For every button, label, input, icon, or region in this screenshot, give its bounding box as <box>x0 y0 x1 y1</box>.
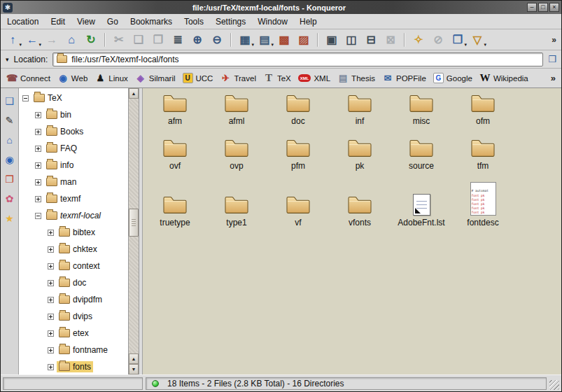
menu-bookmarks[interactable]: Bookmarks <box>130 17 172 27</box>
bookmark-silmaril[interactable]: ◈ Silmaril <box>135 73 176 84</box>
scroll-up-button-bottom[interactable]: ▲ <box>129 354 139 364</box>
menu-edit[interactable]: Edit <box>50 17 65 27</box>
expander-icon[interactable] <box>48 330 54 337</box>
expander-icon[interactable] <box>35 162 41 169</box>
folder-afml[interactable]: afml <box>223 92 250 126</box>
sidebar-bookmarks-icon[interactable]: ❑ <box>3 94 17 108</box>
konqueror-icon[interactable]: ✱ <box>3 3 13 13</box>
bookmark-overflow-button[interactable]: » <box>548 73 556 83</box>
folder-source[interactable]: source <box>408 137 435 171</box>
bookmark-popfile[interactable]: ✉ POPFile <box>382 73 426 84</box>
tree-item-books[interactable]: Books <box>19 123 128 140</box>
menu-settings[interactable]: Settings <box>216 17 246 27</box>
up-button[interactable]: ↑ ▾ <box>3 31 22 48</box>
expander-icon[interactable] <box>48 263 54 270</box>
forward-button[interactable]: → ▾ <box>43 31 61 48</box>
scroll-thumb[interactable] <box>129 209 139 237</box>
reload-button[interactable]: ↻ ▾ <box>82 31 100 48</box>
folder-ovp[interactable]: ovp <box>223 137 250 171</box>
view-source-button[interactable]: ❒ ▾ <box>449 31 467 48</box>
zoom-out-button[interactable]: ⊖ ▾ <box>208 31 226 48</box>
tree-item-dvipdfm[interactable]: dvipdfm <box>19 291 128 308</box>
detail-view-button[interactable]: ▤ ▾ <box>255 31 274 48</box>
file-fontdesc[interactable]: # automat font pk font pk font pk font p… <box>467 182 498 227</box>
tree-item-bin[interactable]: bin <box>19 106 128 123</box>
expander-icon[interactable] <box>48 364 54 370</box>
bookmark-travel[interactable]: ✈ Travel <box>220 73 256 84</box>
bookmark-connect[interactable]: ☎ Connect <box>6 73 50 84</box>
folder-doc[interactable]: doc <box>285 92 311 126</box>
expander-icon[interactable] <box>35 129 41 135</box>
sidebar-star-icon[interactable]: ★ <box>3 211 17 225</box>
folder-pk[interactable]: pk <box>346 137 373 171</box>
expander-icon[interactable] <box>35 146 41 152</box>
expander-icon[interactable] <box>48 297 54 303</box>
bookmark-xml[interactable]: XML XML <box>298 74 330 83</box>
expander-icon[interactable] <box>35 179 41 186</box>
bricks-button[interactable]: ▩ ▾ <box>275 31 293 48</box>
folder-truetype[interactable]: truetype <box>160 194 190 227</box>
menu-help[interactable]: Help <box>300 17 317 27</box>
cut-button[interactable]: ✂ ▾ <box>110 31 128 48</box>
detach-button[interactable]: ⊘ ▾ <box>429 31 447 48</box>
toolbar-extension-button[interactable]: » <box>549 35 559 45</box>
sidebar-services-icon[interactable]: ✿ <box>3 192 17 206</box>
expander-icon[interactable] <box>35 196 41 202</box>
tree-scrollbar[interactable]: ▲ ▲ ▼ <box>128 88 139 374</box>
new-window-button[interactable]: ✧ ▾ <box>409 31 428 48</box>
expander-icon[interactable] <box>48 230 54 236</box>
tree-item-dvips[interactable]: dvips <box>19 308 128 325</box>
tree-item-man[interactable]: man <box>19 174 128 190</box>
location-input[interactable]: file:/usr/TeX/texmf-local/fonts <box>52 52 543 66</box>
folder-view[interactable]: afm afml <box>143 88 561 374</box>
filter-button[interactable]: ▽ ▾ <box>468 31 486 48</box>
sidebar-root-folder-icon[interactable]: ❐ <box>3 172 17 186</box>
location-value[interactable]: file:/usr/TeX/texmf-local/fonts <box>71 55 178 64</box>
tree-item-faq[interactable]: FAQ <box>19 140 128 157</box>
icon-view-button[interactable]: ▦ ▾ <box>236 31 254 48</box>
expander-icon[interactable] <box>35 213 41 219</box>
folder-vfonts[interactable]: vfonts <box>346 194 373 227</box>
menu-go[interactable]: Go <box>107 17 118 27</box>
minimize-button[interactable]: – <box>527 3 537 12</box>
tree-item-bibtex[interactable]: bibtex <box>19 224 128 241</box>
bricks-sparkle-button[interactable]: ▨ ▾ <box>295 31 313 48</box>
split-vertical-button[interactable]: ◫ ▾ <box>342 31 360 48</box>
paste-button[interactable]: ❐ ▾ <box>149 31 167 48</box>
tree-item-doc[interactable]: doc <box>19 274 128 291</box>
folder-type1[interactable]: type1 <box>223 194 250 227</box>
split-horizontal-button[interactable]: ⊟ ▾ <box>362 31 380 48</box>
folder-tfm[interactable]: tfm <box>470 137 496 171</box>
resize-grip[interactable] <box>549 380 559 390</box>
sidebar-network-globe-icon[interactable]: ◉ <box>3 153 17 167</box>
scroll-down-button[interactable]: ▼ <box>129 364 139 374</box>
expander-icon[interactable] <box>48 280 54 286</box>
folder-ofm[interactable]: ofm <box>470 92 496 126</box>
bookmark-google[interactable]: G Google <box>433 73 472 83</box>
folder-afm[interactable]: afm <box>162 92 188 126</box>
tree-item-texmf-local[interactable]: texmf-local <box>19 207 128 224</box>
copy-button[interactable]: ❏ ▾ <box>129 31 148 48</box>
scroll-track[interactable] <box>129 99 139 354</box>
folder-ovf[interactable]: ovf <box>162 137 188 171</box>
tree-item-texmf[interactable]: texmf <box>19 190 128 207</box>
sidebar-home-icon[interactable]: ⌂ <box>3 133 17 147</box>
expander-icon[interactable] <box>48 314 54 320</box>
file-adobefnt-lst[interactable]: AdobeFnt.lst <box>398 194 444 227</box>
bookmark-wikipedia[interactable]: W Wikipedia <box>479 73 528 84</box>
frame-view-button[interactable]: ▣ ▾ <box>323 31 341 48</box>
folder-pfm[interactable]: pfm <box>285 137 311 171</box>
bookmark-linux[interactable]: ♟ Linux <box>94 73 128 84</box>
scroll-up-button[interactable]: ▲ <box>129 88 139 99</box>
tree-item-context[interactable]: context <box>19 258 128 274</box>
bookmark-thesis[interactable]: ▤ Thesis <box>337 73 375 84</box>
menu-tools[interactable]: Tools <box>184 17 204 27</box>
folder-vf[interactable]: vf <box>285 194 311 227</box>
expander-icon[interactable] <box>48 246 54 253</box>
tree-item-tex[interactable]: TeX <box>19 90 128 106</box>
home-button[interactable]: ⌂ ▾ <box>62 31 80 48</box>
expander-icon[interactable] <box>48 347 54 354</box>
location-extension-icon[interactable]: ❒ <box>548 54 556 64</box>
tree-item-chktex[interactable]: chktex <box>19 241 128 258</box>
expander-icon[interactable] <box>22 95 29 102</box>
